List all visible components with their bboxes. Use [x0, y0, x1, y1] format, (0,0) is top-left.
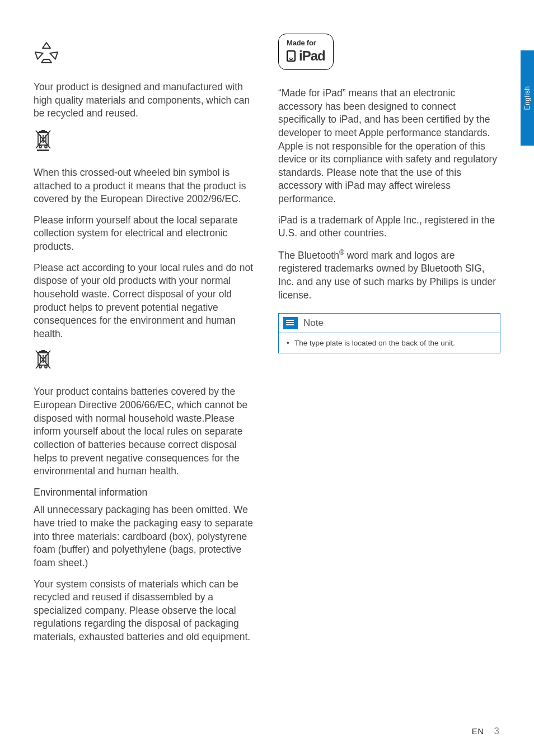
text-span: The Bluetooth [278, 250, 339, 261]
wheeled-bin-crossed-icon [34, 128, 256, 154]
note-box: Note The type plate is located on the ba… [278, 313, 500, 353]
paragraph: The Bluetooth® word mark and logos are r… [278, 248, 500, 302]
paragraph: Your product contains batteries covered … [34, 385, 256, 478]
wheeled-bin-crossed-plain-icon [34, 348, 256, 373]
subheading: Environmental information [34, 486, 256, 500]
page-content: Your product is designed and manufacture… [0, 0, 534, 674]
paragraph: Your system consists of materials which … [34, 578, 256, 644]
svg-point-6 [45, 366, 47, 368]
svg-point-5 [39, 366, 41, 368]
note-header: Note [279, 314, 500, 333]
note-item: The type plate is located on the back of… [287, 339, 492, 347]
paragraph: iPad is a trademark of Apple Inc., regis… [278, 214, 500, 240]
paragraph: Your product is designed and manufacture… [34, 81, 256, 120]
recycle-arrows-icon [34, 40, 256, 68]
note-body: The type plate is located on the back of… [279, 333, 500, 353]
note-icon [283, 317, 298, 329]
side-tab-label: English [523, 86, 531, 110]
paragraph: All unnecessary packaging has been omitt… [34, 503, 256, 570]
paragraph: “Made for iPad” means that an electronic… [278, 87, 500, 206]
paragraph: Please act according to your local rules… [34, 262, 256, 341]
note-label: Note [303, 318, 324, 329]
footer-language: EN [472, 726, 484, 736]
svg-point-1 [39, 146, 41, 148]
badge-madefor-label: Made for [287, 39, 325, 47]
paragraph: When this crossed-out wheeled bin symbol… [34, 166, 256, 206]
svg-rect-3 [37, 150, 49, 151]
paragraph: Please inform yourself about the local s… [34, 214, 256, 254]
footer-page-number: 3 [494, 726, 499, 737]
right-column: Made for iPad “Made for iPad” means that… [278, 34, 500, 652]
svg-point-2 [45, 146, 47, 148]
ipad-device-icon [287, 50, 296, 62]
made-for-ipad-badge: Made for iPad [278, 34, 334, 70]
language-side-tab: English [521, 50, 534, 146]
left-column: Your product is designed and manufacture… [34, 34, 256, 652]
registered-symbol: ® [339, 249, 344, 256]
badge-ipad-label: iPad [299, 48, 325, 64]
page-footer: EN 3 [472, 726, 499, 737]
